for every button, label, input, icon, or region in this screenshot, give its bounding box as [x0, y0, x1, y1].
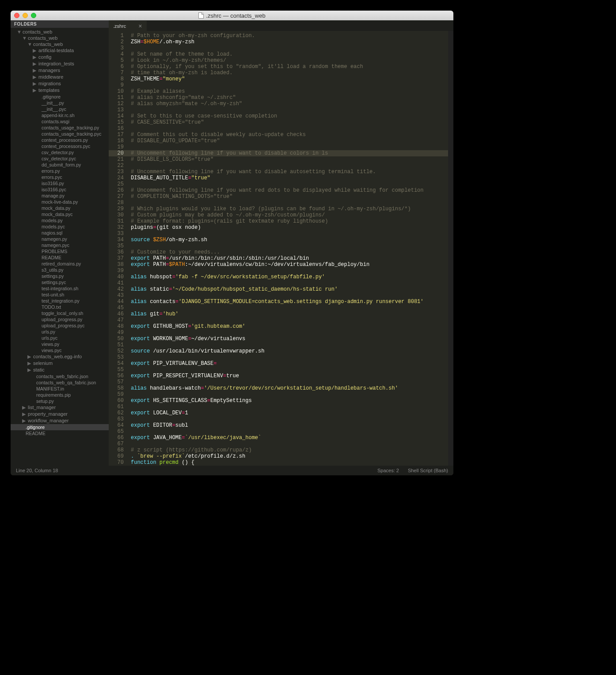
- minimap[interactable]: [448, 31, 453, 466]
- syntax-setting[interactable]: Shell Script (Bash): [408, 468, 448, 473]
- tree-file[interactable]: contacts_web_fabric.json: [11, 373, 109, 379]
- tree-file[interactable]: models.pyc: [11, 224, 109, 230]
- window-title: .zshrc — contacts_web: [11, 12, 453, 19]
- tabstrip: .zshrc ×: [109, 20, 453, 31]
- line-gutter: 1234567891011121314151617181920212223242…: [109, 31, 127, 466]
- tree-file[interactable]: iso3166.py: [11, 180, 109, 186]
- tree-file[interactable]: PROBLEMS: [11, 248, 109, 254]
- code-content[interactable]: # Path to your oh-my-zsh configuration.Z…: [127, 31, 448, 466]
- tree-file[interactable]: mock_data.py: [11, 205, 109, 211]
- tree-folder[interactable]: ▶ static: [11, 367, 109, 373]
- tree-file[interactable]: manage.py: [11, 193, 109, 199]
- tree-folder[interactable]: ▶ integration_tests: [11, 61, 109, 67]
- tree-file[interactable]: toggle_local_only.sh: [11, 310, 109, 316]
- code-scroll[interactable]: 1234567891011121314151617181920212223242…: [109, 31, 453, 466]
- tree-file[interactable]: test-integration.sh: [11, 285, 109, 292]
- tree-file[interactable]: README: [11, 430, 109, 436]
- folder-tree: ▼ contacts_web▼ contacts_web▼ contacts_w…: [11, 28, 109, 436]
- tree-file[interactable]: s3_utils.py: [11, 267, 109, 273]
- tree-folder[interactable]: ▶ config: [11, 54, 109, 61]
- tree-file[interactable]: urls.py: [11, 329, 109, 335]
- tree-file[interactable]: errors.pyc: [11, 174, 109, 180]
- tree-folder[interactable]: ▼ contacts_web: [11, 29, 109, 35]
- tree-file[interactable]: test-unit.sh: [11, 292, 109, 298]
- tree-file[interactable]: models.py: [11, 217, 109, 224]
- tree-file[interactable]: upload_progress.pyc: [11, 322, 109, 329]
- cursor-position[interactable]: Line 20, Column 18: [16, 468, 58, 473]
- tree-folder[interactable]: ▶ artificial-testdata: [11, 47, 109, 54]
- tree-file[interactable]: settings.py: [11, 273, 109, 279]
- tree-file[interactable]: TODO.txt: [11, 304, 109, 310]
- tree-file[interactable]: contacts_usage_tracking.pyc: [11, 131, 109, 137]
- tree-folder[interactable]: ▼ contacts_web: [11, 41, 109, 47]
- editor-area: .zshrc × 1234567891011121314151617181920…: [109, 20, 453, 466]
- tree-file[interactable]: MANIFEST.in: [11, 386, 109, 392]
- tree-file[interactable]: __init__.pyc: [11, 106, 109, 112]
- tree-file[interactable]: namegen.pyc: [11, 242, 109, 248]
- tree-file[interactable]: context_processors.pyc: [11, 143, 109, 149]
- tree-file[interactable]: errors.py: [11, 168, 109, 174]
- tree-file[interactable]: contacts_web_qa_fabric.json: [11, 379, 109, 386]
- tree-file[interactable]: iso3166.pyc: [11, 186, 109, 193]
- tree-folder[interactable]: ▶ property_manager: [11, 411, 109, 417]
- tree-file[interactable]: test_integration.py: [11, 298, 109, 304]
- tree-file[interactable]: retired_domains.py: [11, 261, 109, 267]
- tree-folder[interactable]: ▶ workflow_manager: [11, 417, 109, 424]
- tree-folder[interactable]: ▶ managers: [11, 67, 109, 74]
- tree-file[interactable]: mock_data.pyc: [11, 211, 109, 217]
- indent-setting[interactable]: Spaces: 2: [377, 468, 399, 473]
- tree-folder[interactable]: ▶ selenium: [11, 360, 109, 367]
- tree-file[interactable]: .gitignore: [11, 94, 109, 100]
- tree-file[interactable]: setup.py: [11, 398, 109, 404]
- tree-file[interactable]: settings.pyc: [11, 279, 109, 285]
- tree-file[interactable]: urls.pyc: [11, 335, 109, 341]
- main-layout: FOLDERS ▼ contacts_web▼ contacts_web▼ co…: [11, 20, 453, 466]
- statusbar: Line 20, Column 18 Spaces: 2 Shell Scrip…: [11, 466, 453, 475]
- tree-file[interactable]: views.pyc: [11, 347, 109, 353]
- tree-folder[interactable]: ▶ templates: [11, 87, 109, 94]
- tree-folder[interactable]: ▶ contacts_web.egg-info: [11, 353, 109, 360]
- tree-file[interactable]: .gitignore: [11, 424, 109, 430]
- tree-file[interactable]: __init__.py: [11, 100, 109, 106]
- tree-file[interactable]: csv_detector.py: [11, 149, 109, 155]
- titlebar: .zshrc — contacts_web: [11, 11, 453, 20]
- tree-file[interactable]: csv_detector.pyc: [11, 155, 109, 162]
- tree-file[interactable]: contacts.wsgi: [11, 118, 109, 125]
- tree-folder[interactable]: ▶ middleware: [11, 74, 109, 80]
- document-icon: [198, 12, 204, 19]
- tree-file[interactable]: mock-live-data.py: [11, 199, 109, 205]
- tree-folder[interactable]: ▼ contacts_web: [11, 35, 109, 41]
- tree-file[interactable]: dd_submit_form.py: [11, 162, 109, 168]
- tree-folder[interactable]: ▶ migrations: [11, 80, 109, 87]
- tree-file[interactable]: nagios.sql: [11, 230, 109, 236]
- tree-file[interactable]: context_processors.py: [11, 137, 109, 143]
- tree-folder[interactable]: ▶ list_manager: [11, 404, 109, 411]
- tree-file[interactable]: namegen.py: [11, 236, 109, 242]
- tab-label: .zshrc: [113, 23, 126, 29]
- tree-file[interactable]: README: [11, 254, 109, 261]
- tree-file[interactable]: requirements.pip: [11, 392, 109, 398]
- tree-file[interactable]: append-kir.rc.sh: [11, 112, 109, 118]
- sidebar-header: FOLDERS: [11, 20, 109, 28]
- window: .zshrc — contacts_web FOLDERS ▼ contacts…: [11, 11, 453, 475]
- tab-zshrc[interactable]: .zshrc ×: [109, 21, 147, 31]
- tree-file[interactable]: contacts_usage_tracking.py: [11, 125, 109, 131]
- tree-file[interactable]: upload_progress.py: [11, 316, 109, 322]
- sidebar[interactable]: FOLDERS ▼ contacts_web▼ contacts_web▼ co…: [11, 20, 109, 466]
- window-title-text: .zshrc — contacts_web: [206, 12, 265, 19]
- close-icon[interactable]: ×: [138, 23, 142, 30]
- tree-file[interactable]: views.py: [11, 341, 109, 347]
